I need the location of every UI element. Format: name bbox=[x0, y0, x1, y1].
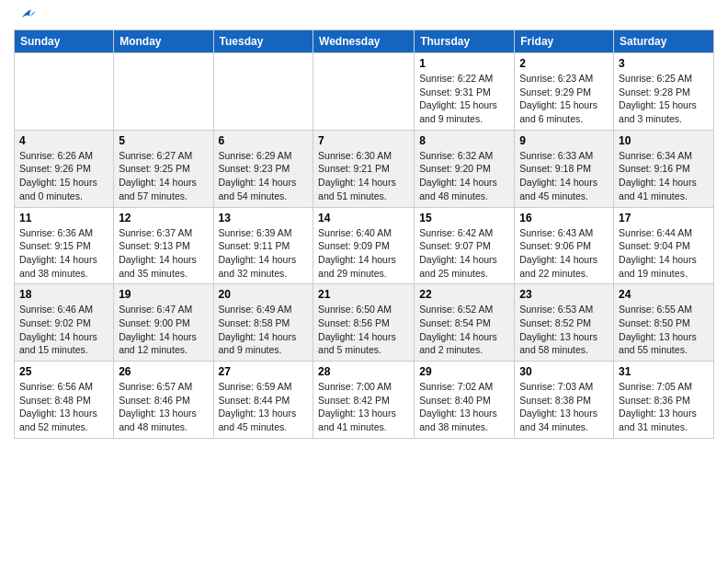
logo bbox=[14, 9, 37, 22]
calendar-day-cell: 24Sunrise: 6:55 AM Sunset: 8:50 PM Dayli… bbox=[614, 284, 714, 362]
calendar-week-row: 18Sunrise: 6:46 AM Sunset: 9:02 PM Dayli… bbox=[15, 284, 714, 362]
day-info: Sunrise: 6:33 AM Sunset: 9:18 PM Dayligh… bbox=[519, 149, 609, 203]
day-info: Sunrise: 6:22 AM Sunset: 9:31 PM Dayligh… bbox=[419, 72, 509, 126]
day-number: 26 bbox=[119, 365, 208, 378]
day-number: 4 bbox=[19, 134, 108, 147]
calendar-day-cell: 23Sunrise: 6:53 AM Sunset: 8:52 PM Dayli… bbox=[515, 284, 614, 362]
day-info: Sunrise: 6:57 AM Sunset: 8:46 PM Dayligh… bbox=[119, 380, 208, 434]
day-number: 15 bbox=[419, 212, 509, 224]
calendar-day-cell: 27Sunrise: 6:59 AM Sunset: 8:44 PM Dayli… bbox=[213, 362, 313, 439]
day-info: Sunrise: 7:02 AM Sunset: 8:40 PM Dayligh… bbox=[419, 380, 509, 434]
calendar-day-cell: 22Sunrise: 6:52 AM Sunset: 8:54 PM Dayli… bbox=[415, 284, 515, 362]
day-info: Sunrise: 6:40 AM Sunset: 9:09 PM Dayligh… bbox=[318, 226, 409, 281]
day-number: 7 bbox=[318, 134, 409, 147]
day-info: Sunrise: 7:03 AM Sunset: 8:38 PM Dayligh… bbox=[519, 380, 609, 434]
calendar-day-cell bbox=[15, 53, 114, 131]
day-number: 6 bbox=[219, 134, 309, 147]
calendar-day-cell: 5Sunrise: 6:27 AM Sunset: 9:25 PM Daylig… bbox=[114, 130, 213, 207]
calendar-week-row: 1Sunrise: 6:22 AM Sunset: 9:31 PM Daylig… bbox=[15, 53, 714, 131]
calendar-day-cell: 10Sunrise: 6:34 AM Sunset: 9:16 PM Dayli… bbox=[614, 130, 714, 207]
calendar-day-cell: 7Sunrise: 6:30 AM Sunset: 9:21 PM Daylig… bbox=[313, 130, 415, 207]
day-info: Sunrise: 6:59 AM Sunset: 8:44 PM Dayligh… bbox=[219, 380, 309, 434]
day-info: Sunrise: 6:29 AM Sunset: 9:23 PM Dayligh… bbox=[219, 149, 309, 203]
calendar-day-cell: 25Sunrise: 6:56 AM Sunset: 8:48 PM Dayli… bbox=[15, 362, 114, 439]
day-number: 28 bbox=[318, 365, 409, 378]
calendar-day-cell bbox=[213, 53, 313, 131]
day-number: 9 bbox=[519, 134, 609, 147]
day-info: Sunrise: 6:32 AM Sunset: 9:20 PM Dayligh… bbox=[419, 149, 509, 203]
day-number: 14 bbox=[318, 212, 409, 224]
calendar-week-row: 11Sunrise: 6:36 AM Sunset: 9:15 PM Dayli… bbox=[15, 207, 714, 284]
day-number: 16 bbox=[519, 212, 609, 224]
calendar-day-cell: 14Sunrise: 6:40 AM Sunset: 9:09 PM Dayli… bbox=[313, 207, 415, 284]
calendar-day-cell: 3Sunrise: 6:25 AM Sunset: 9:28 PM Daylig… bbox=[614, 53, 714, 131]
page-header bbox=[14, 9, 714, 22]
calendar-table: SundayMondayTuesdayWednesdayThursdayFrid… bbox=[14, 29, 714, 439]
day-number: 3 bbox=[619, 57, 709, 70]
calendar-day-cell: 28Sunrise: 7:00 AM Sunset: 8:42 PM Dayli… bbox=[313, 362, 415, 439]
day-info: Sunrise: 6:25 AM Sunset: 9:28 PM Dayligh… bbox=[619, 72, 709, 126]
day-number: 2 bbox=[519, 57, 609, 70]
calendar-day-cell: 1Sunrise: 6:22 AM Sunset: 9:31 PM Daylig… bbox=[415, 53, 515, 131]
day-number: 31 bbox=[619, 365, 709, 378]
calendar-day-cell: 19Sunrise: 6:47 AM Sunset: 9:00 PM Dayli… bbox=[114, 284, 213, 362]
calendar-day-cell: 2Sunrise: 6:23 AM Sunset: 9:29 PM Daylig… bbox=[515, 53, 614, 131]
day-number: 21 bbox=[318, 288, 409, 301]
calendar-day-cell bbox=[313, 53, 415, 131]
calendar-day-cell: 4Sunrise: 6:26 AM Sunset: 9:26 PM Daylig… bbox=[15, 130, 114, 207]
day-number: 23 bbox=[519, 288, 609, 301]
day-number: 8 bbox=[419, 134, 509, 147]
day-info: Sunrise: 6:53 AM Sunset: 8:52 PM Dayligh… bbox=[519, 303, 609, 357]
day-number: 12 bbox=[119, 212, 208, 224]
calendar-day-cell: 20Sunrise: 6:49 AM Sunset: 8:58 PM Dayli… bbox=[213, 284, 313, 362]
calendar-day-cell: 21Sunrise: 6:50 AM Sunset: 8:56 PM Dayli… bbox=[313, 284, 415, 362]
calendar-day-cell: 6Sunrise: 6:29 AM Sunset: 9:23 PM Daylig… bbox=[213, 130, 313, 207]
day-number: 24 bbox=[619, 288, 709, 301]
day-info: Sunrise: 6:39 AM Sunset: 9:11 PM Dayligh… bbox=[219, 226, 309, 281]
day-number: 1 bbox=[419, 57, 509, 70]
calendar-day-cell: 29Sunrise: 7:02 AM Sunset: 8:40 PM Dayli… bbox=[415, 362, 515, 439]
day-info: Sunrise: 6:27 AM Sunset: 9:25 PM Dayligh… bbox=[119, 149, 208, 203]
weekday-header-row: SundayMondayTuesdayWednesdayThursdayFrid… bbox=[15, 30, 714, 53]
day-info: Sunrise: 6:56 AM Sunset: 8:48 PM Dayligh… bbox=[19, 380, 108, 434]
logo-bird-icon bbox=[17, 6, 37, 26]
day-info: Sunrise: 6:34 AM Sunset: 9:16 PM Dayligh… bbox=[619, 149, 709, 203]
day-info: Sunrise: 6:50 AM Sunset: 8:56 PM Dayligh… bbox=[318, 303, 409, 357]
day-number: 11 bbox=[19, 212, 108, 224]
weekday-header-wednesday: Wednesday bbox=[313, 30, 415, 53]
calendar-day-cell: 12Sunrise: 6:37 AM Sunset: 9:13 PM Dayli… bbox=[114, 207, 213, 284]
day-number: 13 bbox=[219, 212, 309, 224]
day-info: Sunrise: 7:00 AM Sunset: 8:42 PM Dayligh… bbox=[318, 380, 409, 434]
day-info: Sunrise: 6:30 AM Sunset: 9:21 PM Dayligh… bbox=[318, 149, 409, 203]
calendar-week-row: 4Sunrise: 6:26 AM Sunset: 9:26 PM Daylig… bbox=[15, 130, 714, 207]
weekday-header-friday: Friday bbox=[515, 30, 614, 53]
day-info: Sunrise: 6:36 AM Sunset: 9:15 PM Dayligh… bbox=[19, 226, 108, 281]
weekday-header-monday: Monday bbox=[114, 30, 213, 53]
day-number: 10 bbox=[619, 134, 709, 147]
calendar-day-cell: 31Sunrise: 7:05 AM Sunset: 8:36 PM Dayli… bbox=[614, 362, 714, 439]
calendar-day-cell: 13Sunrise: 6:39 AM Sunset: 9:11 PM Dayli… bbox=[213, 207, 313, 284]
calendar-day-cell: 11Sunrise: 6:36 AM Sunset: 9:15 PM Dayli… bbox=[15, 207, 114, 284]
day-info: Sunrise: 6:42 AM Sunset: 9:07 PM Dayligh… bbox=[419, 226, 509, 281]
calendar-day-cell: 17Sunrise: 6:44 AM Sunset: 9:04 PM Dayli… bbox=[614, 207, 714, 284]
day-number: 30 bbox=[519, 365, 609, 378]
day-number: 22 bbox=[419, 288, 509, 301]
weekday-header-tuesday: Tuesday bbox=[213, 30, 313, 53]
day-number: 25 bbox=[19, 365, 108, 378]
calendar-day-cell bbox=[114, 53, 213, 131]
day-number: 19 bbox=[119, 288, 208, 301]
day-info: Sunrise: 6:23 AM Sunset: 9:29 PM Dayligh… bbox=[519, 72, 609, 126]
day-info: Sunrise: 6:44 AM Sunset: 9:04 PM Dayligh… bbox=[619, 226, 709, 281]
calendar-day-cell: 30Sunrise: 7:03 AM Sunset: 8:38 PM Dayli… bbox=[515, 362, 614, 439]
day-info: Sunrise: 6:49 AM Sunset: 8:58 PM Dayligh… bbox=[219, 303, 309, 357]
weekday-header-sunday: Sunday bbox=[15, 30, 114, 53]
calendar-day-cell: 16Sunrise: 6:43 AM Sunset: 9:06 PM Dayli… bbox=[515, 207, 614, 284]
day-number: 5 bbox=[119, 134, 208, 147]
weekday-header-saturday: Saturday bbox=[614, 30, 714, 53]
calendar-day-cell: 9Sunrise: 6:33 AM Sunset: 9:18 PM Daylig… bbox=[515, 130, 614, 207]
day-info: Sunrise: 6:46 AM Sunset: 9:02 PM Dayligh… bbox=[19, 303, 108, 357]
calendar-day-cell: 8Sunrise: 6:32 AM Sunset: 9:20 PM Daylig… bbox=[415, 130, 515, 207]
calendar-week-row: 25Sunrise: 6:56 AM Sunset: 8:48 PM Dayli… bbox=[15, 362, 714, 439]
calendar-day-cell: 26Sunrise: 6:57 AM Sunset: 8:46 PM Dayli… bbox=[114, 362, 213, 439]
weekday-header-thursday: Thursday bbox=[415, 30, 515, 53]
